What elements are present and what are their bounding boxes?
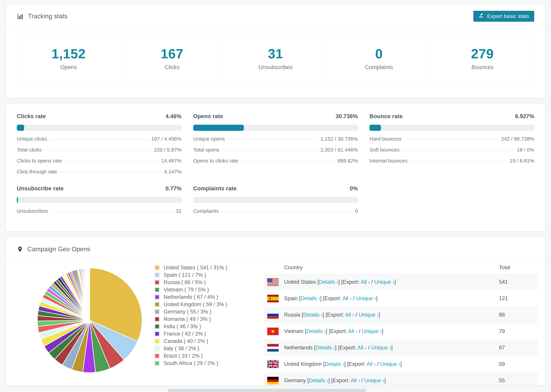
stat-value: 1,152 <box>51 46 86 62</box>
dotted-leader <box>64 161 158 161</box>
country-name: Netherlands [ <box>284 345 316 351</box>
export-unique-link[interactable]: Unique › <box>364 378 384 384</box>
export-all-link[interactable]: All › <box>361 279 370 285</box>
stat-row-value: 19 / 6.81% <box>510 158 534 164</box>
stat-row: Unique opens1,152 / 30.736% <box>193 136 358 142</box>
progress-fill <box>17 125 24 131</box>
tracking-stats-header: Tracking stats Export basic stats <box>6 4 545 28</box>
stat-row-label: Hard bounces <box>369 136 402 142</box>
dashboard-page: Tracking stats Export basic stats 1,152O… <box>0 0 551 385</box>
us-flag-icon <box>267 278 279 286</box>
page-title: Tracking stats <box>28 13 67 20</box>
geo-content: United States ( 541 / 31% )Spain ( 121 /… <box>6 261 545 385</box>
rate-head: Unsubscribe rate0.77% <box>17 185 182 192</box>
country-cell: United States [Details ›] [Export: All ›… <box>284 279 396 285</box>
rate-value: 4.46% <box>165 113 182 119</box>
rate-detail-rows: Unsubscribes31 <box>17 208 182 214</box>
stat-row-value: 18 / 0% <box>517 147 534 153</box>
stat-value: 0 <box>375 46 383 62</box>
stat-label: Bounces <box>471 64 493 70</box>
stat-label: Unsubscribes <box>258 64 293 70</box>
progress-track <box>369 125 534 131</box>
rate-title: Bounce rate <box>369 113 403 119</box>
legend-label: Spain ( 121 / 7% ) <box>164 272 206 278</box>
map-pin-icon <box>17 245 23 253</box>
bracket-text: ] [Export: <box>320 295 342 301</box>
bracket-close: ] <box>394 279 396 285</box>
details-link[interactable]: Details › <box>319 279 338 285</box>
details-link[interactable]: Details › <box>316 345 335 351</box>
stat-row: Click through rate4.147% <box>17 169 182 175</box>
stat-row-value: 1,152 / 30.736% <box>320 136 358 142</box>
stat-row-label: Click through rate <box>17 169 57 175</box>
bracket-close: ] <box>391 345 393 351</box>
table-row: Germany [Details ›] [Export: All › / Uni… <box>264 372 538 385</box>
legend-label: South Africa ( 29 / 2% ) <box>164 360 218 366</box>
legend-item: Romania ( 49 / 3% ) <box>154 315 264 323</box>
country-cell: Netherlands [Details ›] [Export: All › /… <box>284 345 393 351</box>
stat-row-label: Internal bounces <box>369 158 407 164</box>
country-cell: Germany [Details ›] [Export: All › / Uni… <box>284 378 386 384</box>
stat-value: 279 <box>471 46 494 62</box>
stat-row-label: Total clicks <box>17 147 42 153</box>
stat-row-label: Unique clicks <box>17 136 47 142</box>
slash-text: / <box>354 312 359 318</box>
export-all-link[interactable]: All › <box>342 295 352 301</box>
stat-row: Hard bounces242 / 86.738% <box>369 136 534 142</box>
details-link[interactable]: Details › <box>325 361 344 367</box>
export-all-link[interactable]: All › <box>367 361 376 367</box>
legend-label: Brazil ( 33 / 2% ) <box>164 353 203 359</box>
rate-detail-rows: Unique clicks167 / 4.456%Total clicks220… <box>17 136 182 175</box>
summary-stat-complaints: 0Complaints <box>327 35 431 82</box>
rate-title: Clicks rate <box>17 113 46 119</box>
geo-opens-card: Campaign Geo Opens United States ( 541 /… <box>6 237 545 385</box>
dotted-leader <box>44 150 151 150</box>
tracking-stats-title: Tracking stats <box>17 13 67 20</box>
export-all-link[interactable]: All › <box>351 378 360 384</box>
summary-stat-opens: 1,152Opens <box>17 35 120 82</box>
legend-label: Russia ( 86 / 5% ) <box>164 279 206 286</box>
stat-row-label: Clicks to opens rate <box>17 158 62 164</box>
legend-swatch <box>154 280 160 285</box>
details-link[interactable]: Details › <box>301 295 320 301</box>
details-link[interactable]: Details › <box>303 312 323 318</box>
progress-track <box>193 125 358 131</box>
export-all-link[interactable]: All › <box>345 312 354 318</box>
total-cell: 59 <box>499 361 538 367</box>
bar-chart-icon <box>17 13 24 20</box>
legend-item: United Kingdom ( 59 / 3% ) <box>154 301 264 308</box>
export-button-label: Export basic stats <box>487 13 529 19</box>
export-all-link[interactable]: All › <box>348 328 357 334</box>
stat-row-value: 2,303 / 61.446% <box>320 147 358 153</box>
stat-row: Soft bounces18 / 0% <box>369 147 534 153</box>
export-unique-link[interactable]: Unique › <box>371 345 391 351</box>
total-cell: 86 <box>499 312 538 318</box>
slash-text: / <box>370 279 374 285</box>
bracket-text: ] [Export: <box>338 279 361 285</box>
details-link[interactable]: Details › <box>309 378 328 384</box>
export-unique-link[interactable]: Unique › <box>380 361 400 367</box>
es-flag-icon <box>267 295 279 302</box>
rates-row-1: Clicks rate4.46%Unique clicks167 / 4.456… <box>17 113 534 175</box>
rate-detail-rows: Complaints0 <box>193 208 358 214</box>
stat-value: 167 <box>161 46 184 62</box>
export-unique-link[interactable]: Unique › <box>374 279 394 285</box>
export-unique-link[interactable]: Unique › <box>356 295 376 301</box>
country-cell: Russia [Details ›] [Export: All › / Uniq… <box>284 312 380 318</box>
export-unique-link[interactable]: Unique › <box>362 328 382 334</box>
export-all-link[interactable]: All › <box>357 345 367 351</box>
table-row: Spain [Details ›] [Export: All › / Uniqu… <box>264 290 538 307</box>
legend-label: France ( 42 / 2% ) <box>164 331 206 337</box>
stat-row-value: 242 / 86.738% <box>501 136 534 142</box>
legend-swatch <box>154 294 160 300</box>
de-flag-icon <box>267 377 279 385</box>
total-cell: 121 <box>499 295 538 301</box>
export-basic-stats-button[interactable]: Export basic stats <box>473 11 534 22</box>
legend-item: Spain ( 121 / 7% ) <box>154 271 264 279</box>
dotted-leader <box>228 139 318 139</box>
export-unique-link[interactable]: Unique › <box>359 312 379 318</box>
rate-block-complaints-rate: Complaints rate0%Complaints0 <box>193 185 358 214</box>
details-link[interactable]: Details › <box>306 328 326 334</box>
legend-swatch <box>154 324 160 329</box>
progress-track <box>193 197 358 203</box>
